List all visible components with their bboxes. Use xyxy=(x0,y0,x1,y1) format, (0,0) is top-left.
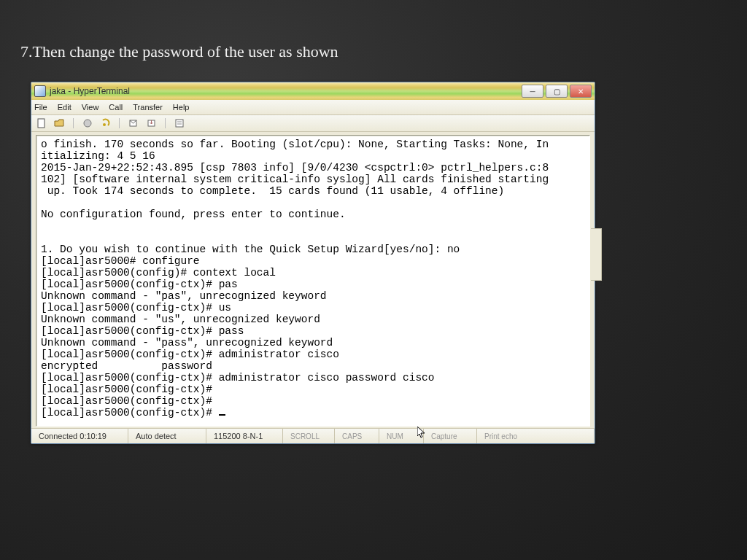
svg-rect-5 xyxy=(176,120,183,127)
close-button[interactable]: ✕ xyxy=(570,85,592,98)
status-caps: CAPS xyxy=(335,429,379,443)
minimize-button[interactable]: ─ xyxy=(522,85,543,98)
scrollbar[interactable] xyxy=(591,228,602,281)
status-printecho: Print echo xyxy=(477,429,595,443)
status-capture: Capture xyxy=(424,429,477,443)
menubar: File Edit View Call Transfer Help xyxy=(31,100,595,115)
menu-transfer[interactable]: Transfer xyxy=(133,103,163,112)
status-scroll: SCROLL xyxy=(283,429,335,443)
menu-file[interactable]: File xyxy=(34,103,47,112)
connect-icon[interactable] xyxy=(82,118,93,129)
window-title: jaka - HyperTerminal xyxy=(50,86,522,96)
statusbar: Connected 0:10:19 Auto detect 115200 8-N… xyxy=(31,428,595,443)
terminal-frame: o finish. 170 seconds so far. Booting (s… xyxy=(31,132,595,428)
status-connected: Connected 0:10:19 xyxy=(31,429,128,443)
receive-icon[interactable] xyxy=(146,118,157,129)
disconnect-icon[interactable] xyxy=(100,118,111,129)
maximize-button[interactable]: ▢ xyxy=(546,85,568,98)
titlebar[interactable]: jaka - HyperTerminal ─ ▢ ✕ xyxy=(31,82,595,100)
menu-view[interactable]: View xyxy=(82,103,99,112)
svg-rect-0 xyxy=(38,119,44,128)
new-icon[interactable] xyxy=(36,118,47,129)
toolbar-divider xyxy=(165,118,166,128)
menu-help[interactable]: Help xyxy=(173,103,190,112)
open-icon[interactable] xyxy=(54,118,65,129)
status-autodetect: Auto detect xyxy=(128,429,206,443)
svg-point-1 xyxy=(84,120,91,127)
slide: 7.Then change the password of the user a… xyxy=(0,0,747,560)
toolbar-divider xyxy=(73,118,74,128)
terminal-content: o finish. 170 seconds so far. Booting (s… xyxy=(36,136,589,420)
menu-call[interactable]: Call xyxy=(109,103,123,112)
menu-edit[interactable]: Edit xyxy=(58,103,71,112)
hyperterminal-window: jaka - HyperTerminal ─ ▢ ✕ File Edit Vie… xyxy=(31,82,595,444)
svg-point-2 xyxy=(103,123,106,126)
send-icon[interactable] xyxy=(128,118,139,129)
app-icon xyxy=(34,85,46,97)
toolbar-divider xyxy=(119,118,120,128)
properties-icon[interactable] xyxy=(174,118,185,129)
toolbar xyxy=(31,115,595,132)
terminal[interactable]: o finish. 170 seconds so far. Booting (s… xyxy=(36,135,590,427)
status-params: 115200 8-N-1 xyxy=(206,429,283,443)
slide-title: 7.Then change the password of the user a… xyxy=(20,42,338,61)
status-num: NUM xyxy=(379,429,424,443)
